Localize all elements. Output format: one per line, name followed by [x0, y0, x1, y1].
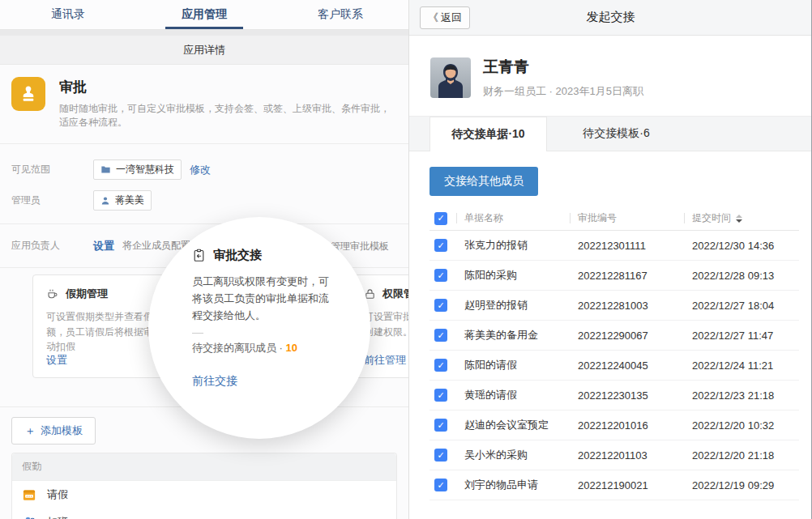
row-checkbox[interactable]: ✓ — [434, 299, 447, 312]
table-row: ✓ 陈阳的采购 202212281167 2022/12/28 09:13 — [430, 261, 799, 291]
pending-count: 10 — [286, 342, 297, 354]
overtime-person-icon — [22, 515, 36, 519]
divider-strip — [0, 30, 408, 36]
check-icon: ✓ — [437, 420, 444, 431]
table-row: ✓ 黄瑶的请假 202212230135 2022/12/23 21:18 — [430, 381, 799, 411]
admin-tag: 蒋美美 — [93, 190, 152, 211]
admin-label: 管理员 — [11, 194, 93, 207]
table-row: ✓ 吴小米的采购 202212201103 2022/12/20 21:18 — [430, 440, 799, 470]
handover-header: 《 返回 发起交接 — [409, 0, 812, 36]
handover-clipboard-icon — [192, 249, 206, 262]
stamp-icon — [11, 77, 45, 111]
template-item-overtime[interactable]: 加班 — [12, 508, 396, 519]
tab-app-management[interactable]: 应用管理 — [136, 0, 272, 29]
table-row: ✓ 赵迪的会议室预定 202212201016 2022/12/20 10:32 — [430, 411, 799, 440]
app-detail-header: 应用详情 — [0, 36, 408, 65]
app-management-panel: 通讯录 应用管理 客户联系 应用详情 审批 随时随地审批，可自定义审批模板，支持… — [0, 0, 409, 519]
check-icon: ✓ — [437, 450, 444, 461]
row-checkbox[interactable]: ✓ — [434, 359, 447, 372]
permission-card-title: 权限管理 — [382, 287, 409, 301]
check-icon: ✓ — [437, 300, 444, 311]
app-description: 随时随地审批，可自定义审批模板，支持会签、或签、上级审批、条件审批，适应各种流程… — [59, 102, 397, 130]
documents-table: ✓ 单据名称 审批编号 提交时间 ✓ 张克力的报销 202212301111 2… — [430, 206, 799, 500]
table-row: ✓ 赵明登的报销 202212281003 2022/12/27 18:04 — [430, 291, 799, 321]
approval-handover-spotlight: 审批交接 员工离职或权限有变更时，可将该员工负责的审批单据和流程交接给他人。 待… — [148, 217, 370, 439]
permission-manage-link[interactable]: 前往管理 — [364, 353, 406, 368]
check-icon: ✓ — [437, 390, 444, 401]
avatar — [430, 57, 471, 98]
tab-pending-templates[interactable]: 待交接模板·6 — [547, 117, 686, 151]
row-checkbox[interactable]: ✓ — [434, 479, 447, 491]
attendance-template-group: 假勤 请假 加班 出差 — [11, 453, 397, 519]
holiday-settings-link[interactable]: 设置 — [46, 353, 67, 368]
initiate-handover-panel: 《 返回 发起交接 王青青 财务一组员工 · 2023年1月5日离职 — [409, 0, 812, 519]
top-tabbar: 通讯录 应用管理 客户联系 — [0, 0, 408, 30]
select-all-checkbox[interactable]: ✓ — [434, 212, 447, 225]
employee-profile: 王青青 财务一组员工 · 2023年1月5日离职 — [409, 36, 812, 116]
page-title: 发起交接 — [587, 10, 635, 25]
employee-meta: 财务一组员工 · 2023年1月5日离职 — [483, 84, 643, 99]
owner-set-link[interactable]: 设置 — [93, 239, 114, 267]
check-icon: ✓ — [437, 213, 444, 223]
visible-range-row: 可见范围 一湾智慧科技 修改 — [11, 160, 397, 180]
modify-link[interactable]: 修改 — [190, 163, 211, 177]
pending-members-line: 待交接的离职成员 · 10 — [192, 341, 335, 355]
check-icon: ✓ — [437, 270, 444, 281]
admin-row: 管理员 蒋美美 — [11, 190, 397, 211]
table-row: ✓ 陈阳的请假 202212240045 2022/12/24 11:21 — [430, 351, 799, 381]
handover-tabs: 待交接单据·10 待交接模板·6 — [409, 116, 812, 151]
folder-icon — [100, 164, 111, 175]
row-checkbox[interactable]: ✓ — [434, 449, 447, 462]
app-summary: 审批 随时随地审批，可自定义审批模板，支持会签、或签、上级审批、条件审批，适应各… — [0, 65, 408, 144]
template-item-leave[interactable]: 请假 — [12, 481, 396, 508]
table-row: ✓ 蒋美美的备用金 202212290067 2022/12/27 11:47 — [430, 321, 799, 351]
cup-icon — [46, 287, 59, 300]
row-checkbox[interactable]: ✓ — [434, 389, 447, 402]
dash-divider — [192, 333, 203, 334]
header-approval-no: 审批编号 — [570, 213, 684, 223]
check-icon: ✓ — [437, 330, 444, 341]
handover-to-others-button[interactable]: 交接给其他成员 — [430, 167, 538, 196]
row-checkbox[interactable]: ✓ — [434, 269, 447, 282]
table-header-row: ✓ 单据名称 审批编号 提交时间 — [430, 206, 799, 231]
table-row: ✓ 刘宇的物品申请 202212190021 2022/12/19 09:29 — [430, 470, 799, 500]
header-submit-time: 提交时间 — [684, 213, 742, 223]
owner-label: 应用负责人 — [11, 239, 93, 267]
app-name: 审批 — [59, 78, 397, 96]
table-row: ✓ 张克力的报销 202212301111 2022/12/30 14:36 — [430, 231, 799, 261]
tab-customer-relations[interactable]: 客户联系 — [272, 0, 408, 29]
spotlight-desc: 员工离职或权限有变更时，可将该员工负责的审批单据和流程交接给他人。 — [192, 274, 335, 324]
sort-icon[interactable] — [736, 215, 742, 223]
check-icon: ✓ — [437, 360, 444, 371]
back-button[interactable]: 《 返回 — [420, 6, 470, 29]
employee-name: 王青青 — [483, 57, 643, 78]
row-checkbox[interactable]: ✓ — [434, 329, 447, 342]
add-template-button[interactable]: ＋ 添加模板 — [11, 417, 96, 445]
spotlight-title: 审批交接 — [213, 248, 262, 263]
row-checkbox[interactable]: ✓ — [434, 419, 447, 432]
tab-pending-documents[interactable]: 待交接单据·10 — [430, 117, 547, 151]
go-handover-link[interactable]: 前往交接 — [192, 374, 237, 389]
back-chevrons-icon: 《 — [428, 11, 438, 25]
row-checkbox[interactable]: ✓ — [434, 239, 447, 252]
app-fields: 可见范围 一湾智慧科技 修改 管理员 蒋美美 — [0, 144, 408, 224]
check-icon: ✓ — [437, 240, 444, 251]
header-doc-name: 单据名称 — [456, 213, 570, 223]
plus-icon: ＋ — [24, 425, 36, 436]
org-tag: 一湾智慧科技 — [93, 160, 182, 180]
tab-contacts[interactable]: 通讯录 — [0, 0, 136, 29]
permission-card-desc: 可设置审批 创建权限。 — [364, 309, 409, 339]
group-header: 假勤 — [12, 453, 396, 481]
calendar-icon — [22, 487, 36, 502]
check-icon: ✓ — [437, 480, 444, 491]
holiday-card-title: 假期管理 — [66, 287, 108, 301]
person-icon — [100, 196, 110, 206]
visible-range-label: 可见范围 — [11, 163, 93, 177]
